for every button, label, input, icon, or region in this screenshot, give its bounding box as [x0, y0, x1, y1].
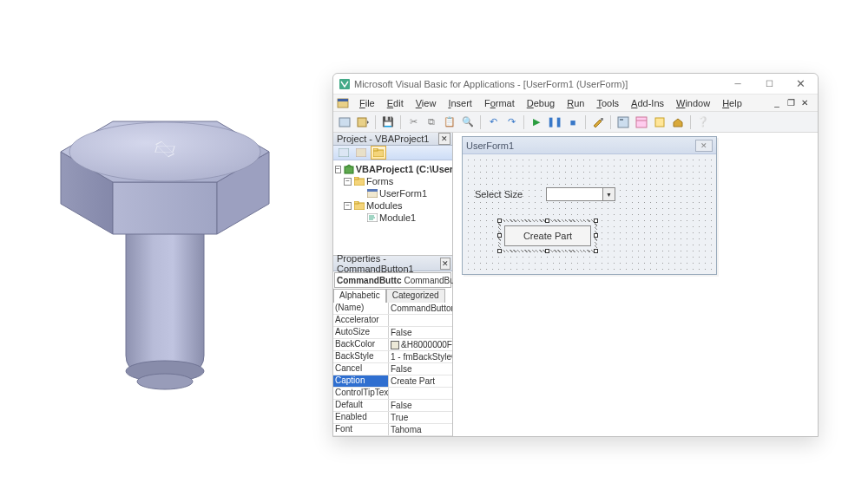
toolbar: 💾 ✂ ⧉ 📋 🔍 ↶ ↷ ▶ ❚❚ ■ ❔	[333, 112, 818, 133]
bolt-3d-illustration	[26, 69, 304, 416]
view-code-icon[interactable]	[337, 114, 352, 130]
project-tree[interactable]: − VBAProject1 (C:\Users\slda − Forms Use…	[333, 160, 452, 256]
svg-rect-22	[354, 177, 358, 179]
menu-insert[interactable]: Insert	[443, 96, 477, 110]
property-row[interactable]: FontTahoma	[333, 424, 452, 436]
app-icon	[339, 78, 351, 90]
project-panel-close-icon[interactable]: ✕	[438, 133, 450, 145]
tree-modules-folder[interactable]: − Modules	[335, 199, 450, 212]
menu-debug[interactable]: Debug	[522, 96, 560, 110]
toggle-folders-button[interactable]	[371, 146, 386, 160]
chevron-down-icon: ▼	[602, 188, 615, 200]
property-row[interactable]: BackStyle1 - fmBackStyleO	[333, 351, 452, 363]
properties-icon[interactable]	[634, 114, 649, 130]
create-part-button[interactable]: Create Part	[504, 225, 591, 246]
close-button[interactable]: ✕	[785, 75, 816, 94]
redo-icon[interactable]: ↷	[503, 114, 519, 130]
tree-module1[interactable]: Module1	[335, 212, 450, 224]
size-combobox[interactable]: ▼	[546, 187, 615, 201]
property-row[interactable]: BackColor&H8000000F	[333, 339, 452, 351]
undo-icon[interactable]: ↶	[485, 114, 501, 130]
svg-rect-15	[655, 118, 664, 127]
save-icon[interactable]: 💾	[380, 114, 396, 130]
svg-rect-7	[338, 99, 348, 101]
menu-format[interactable]: Format	[479, 96, 520, 110]
property-row[interactable]: AutoSizeFalse	[333, 327, 452, 339]
toolbox-icon[interactable]	[670, 114, 686, 130]
view-object-button[interactable]	[353, 146, 369, 160]
properties-panel-header: Properties - CommandButton1 ✕	[333, 256, 452, 271]
properties-object-selector[interactable]: CommandButtc CommandButton ⌄	[334, 272, 451, 288]
svg-rect-19	[373, 148, 378, 151]
vba-ide-window: Microsoft Visual Basic for Applications …	[332, 73, 819, 437]
tree-forms-folder[interactable]: − Forms	[335, 175, 450, 187]
property-row[interactable]: CancelFalse	[333, 363, 452, 375]
break-icon[interactable]: ❚❚	[547, 114, 562, 130]
svg-rect-24	[367, 189, 378, 192]
help-icon[interactable]: ❔	[695, 114, 711, 130]
userform-close-icon[interactable]: ✕	[695, 140, 713, 152]
property-row[interactable]: (Name)CommandButton	[333, 303, 452, 315]
project-panel-header: Project - VBAProject1 ✕	[333, 133, 452, 146]
mdi-close-button[interactable]: ✕	[799, 98, 811, 108]
properties-grid[interactable]: (Name)CommandButtonAcceleratorAutoSizeFa…	[333, 303, 452, 436]
menubar: File Edit View Insert Format Debug Run T…	[333, 95, 818, 112]
menu-help[interactable]: Help	[717, 96, 747, 110]
select-size-label: Select Size	[475, 189, 523, 199]
property-row[interactable]: CaptionCreate Part	[333, 375, 452, 388]
form-designer-area[interactable]: UserForm1 ✕ Select Size ▼	[453, 133, 818, 436]
tab-categorized[interactable]: Categorized	[386, 289, 445, 303]
properties-panel-close-icon[interactable]: ✕	[440, 258, 450, 270]
project-panel-title: Project - VBAProject1	[337, 134, 429, 144]
svg-rect-10	[601, 118, 603, 121]
reset-icon[interactable]: ■	[565, 114, 581, 130]
userform-title-text: UserForm1	[466, 140, 514, 151]
menu-view[interactable]: View	[411, 96, 442, 110]
property-row[interactable]: Accelerator	[333, 315, 452, 327]
svg-rect-13	[636, 117, 647, 127]
paste-icon[interactable]: 📋	[442, 114, 457, 130]
svg-rect-11	[618, 117, 628, 127]
svg-rect-12	[620, 119, 623, 121]
userform-titlebar: UserForm1 ✕	[463, 137, 716, 154]
menu-file[interactable]: File	[354, 96, 380, 110]
insert-dropdown-icon[interactable]	[355, 114, 371, 130]
maximize-button[interactable]: ☐	[753, 75, 785, 94]
properties-panel-title: Properties - CommandButton1	[337, 253, 440, 274]
properties-tabs: Alphabetic Categorized	[333, 289, 452, 303]
menu-tools[interactable]: Tools	[591, 96, 624, 110]
copy-icon[interactable]: ⧉	[424, 114, 439, 130]
svg-rect-8	[339, 118, 350, 127]
svg-rect-16	[339, 148, 349, 157]
svg-point-1	[137, 374, 193, 389]
userform-designer[interactable]: UserForm1 ✕ Select Size ▼	[462, 136, 717, 275]
property-row[interactable]: ControlTipText	[333, 388, 452, 400]
project-toolbar	[333, 146, 452, 160]
run-icon[interactable]: ▶	[529, 114, 544, 130]
userform-body[interactable]: Select Size ▼	[463, 154, 716, 274]
mdi-minimize-button[interactable]: _	[771, 98, 783, 108]
minimize-button[interactable]: ─	[722, 75, 753, 94]
titlebar-text: Microsoft Visual Basic for Applications …	[354, 79, 722, 89]
titlebar: Microsoft Visual Basic for Applications …	[333, 74, 818, 95]
design-mode-icon[interactable]	[590, 114, 606, 130]
tree-project-root[interactable]: − VBAProject1 (C:\Users\slda	[335, 163, 450, 175]
menu-run[interactable]: Run	[562, 96, 589, 110]
view-code-button[interactable]	[336, 146, 352, 160]
property-row[interactable]: EnabledTrue	[333, 412, 452, 424]
menu-edit[interactable]: Edit	[382, 96, 409, 110]
property-row[interactable]: DefaultFalse	[333, 400, 452, 412]
svg-rect-26	[354, 201, 358, 204]
svg-rect-9	[358, 118, 366, 127]
form-icon	[337, 97, 349, 109]
menu-window[interactable]: Window	[671, 96, 715, 110]
mdi-restore-button[interactable]: ❐	[785, 98, 797, 108]
project-explorer-icon[interactable]	[615, 114, 631, 130]
tab-alphabetic[interactable]: Alphabetic	[333, 289, 386, 303]
svg-point-2	[69, 122, 260, 181]
menu-addins[interactable]: Add-Ins	[626, 96, 669, 110]
object-browser-icon[interactable]	[652, 114, 667, 130]
tree-userform1[interactable]: UserForm1	[335, 187, 450, 199]
cut-icon[interactable]: ✂	[405, 114, 421, 130]
find-icon[interactable]: 🔍	[460, 114, 476, 130]
